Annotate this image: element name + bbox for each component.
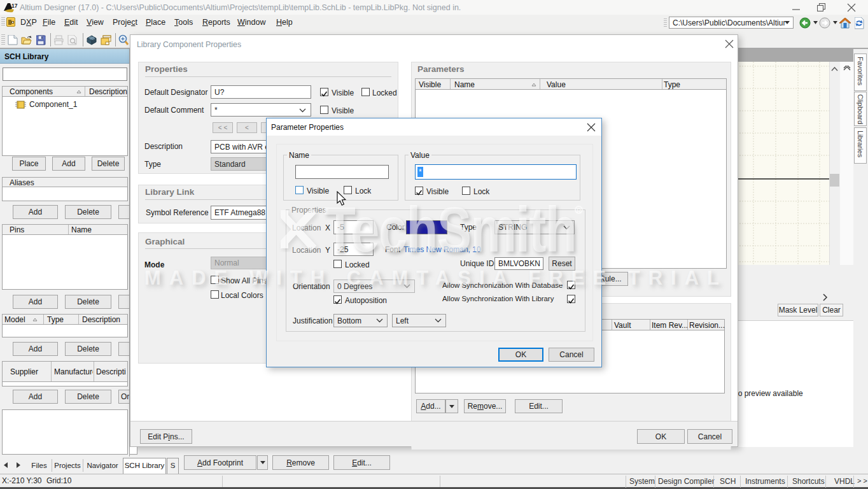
svg-text:17: 17 (11, 3, 18, 9)
